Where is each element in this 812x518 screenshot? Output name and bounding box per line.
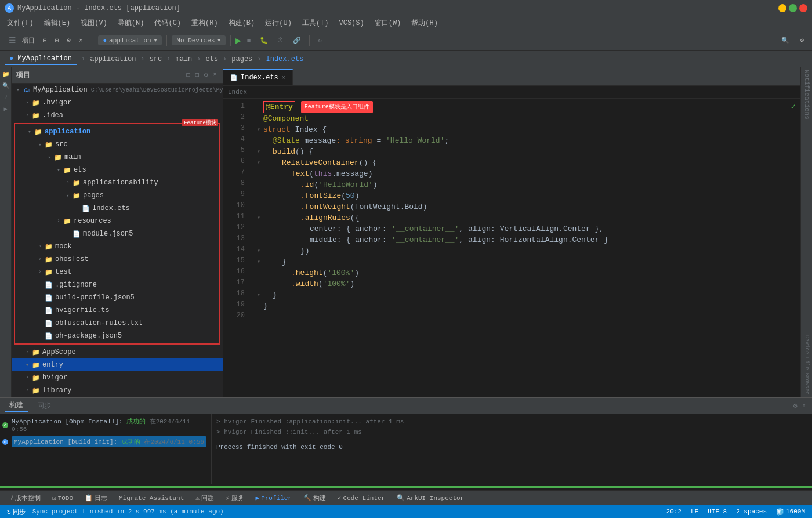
- status-lf[interactable]: LF: [688, 508, 701, 515]
- tree-item-mock[interactable]: › 📁 mock: [16, 240, 218, 253]
- tree-item-hvigor2[interactable]: › 📁 hvigor: [12, 371, 223, 384]
- window-controls[interactable]: − □ ×: [778, 4, 807, 12]
- fold-icon-15[interactable]: ▾: [257, 245, 260, 256]
- status-sync-item[interactable]: ↻ 同步: [5, 508, 28, 516]
- project-tab-indexets[interactable]: Index.ets: [266, 55, 304, 63]
- debug-button[interactable]: 🐛: [256, 35, 271, 45]
- sync-button[interactable]: ↻: [314, 35, 325, 45]
- toolbar-item-profiler[interactable]: ▶ Profiler: [251, 493, 296, 503]
- editor-tab-indexets[interactable]: 📄 Index.ets ×: [223, 69, 293, 85]
- fold-icon-3[interactable]: ▾: [257, 124, 260, 135]
- tree-settings-btn[interactable]: ⚙: [203, 70, 209, 81]
- run-button[interactable]: ▶: [235, 35, 241, 46]
- fold-icon-12[interactable]: ▾: [257, 212, 260, 223]
- tree-item-modulejson[interactable]: 📄 module.json5: [16, 227, 218, 240]
- tree-item-entry[interactable]: ▾ 📁 entry: [12, 358, 223, 371]
- toolbar-btn-close[interactable]: ×: [75, 36, 86, 45]
- toolbar-item-log[interactable]: 📋 日志: [80, 492, 112, 503]
- menu-window[interactable]: 窗口(W): [370, 17, 406, 29]
- tree-item-main[interactable]: ▾ 📁 main: [16, 151, 218, 164]
- toolbar-btn-settings[interactable]: ⚙: [63, 35, 74, 45]
- tree-item-obfuscation[interactable]: 📄 obfuscation-rules.txt: [16, 317, 218, 329]
- menu-edit[interactable]: 编辑(E): [39, 17, 75, 29]
- tree-root[interactable]: ▾ 🗂 MyApplication C:\Users\yeah1\DevEcoS…: [12, 84, 223, 96]
- menu-view[interactable]: 视图(V): [76, 17, 112, 29]
- minimize-button[interactable]: −: [778, 4, 786, 12]
- notifications-icon[interactable]: Notifications: [803, 70, 810, 119]
- profile-button[interactable]: ⏱: [274, 35, 287, 45]
- close-button[interactable]: ×: [799, 4, 807, 12]
- project-tab-ets[interactable]: ets: [205, 55, 218, 63]
- attach-button[interactable]: 🔗: [289, 35, 304, 45]
- bottom-tab-sync[interactable]: 同步: [32, 400, 56, 412]
- menu-help[interactable]: 帮助(H): [407, 17, 443, 29]
- project-tab-pages[interactable]: pages: [231, 55, 252, 63]
- tree-item-hvigor[interactable]: › 📁 .hvigor: [12, 96, 223, 109]
- toolbar-item-todo[interactable]: ☑ TODO: [48, 493, 78, 503]
- tree-item-application[interactable]: ▾ 📁 application: [16, 125, 218, 138]
- tree-item-applicationability[interactable]: › 📁 applicationability: [16, 176, 218, 189]
- search-button[interactable]: 🔍: [778, 35, 793, 45]
- menu-vcs[interactable]: VCS(S): [334, 18, 368, 28]
- tree-collapse-btn[interactable]: ⊟: [194, 70, 200, 81]
- fold-icon-6[interactable]: ▾: [257, 146, 260, 157]
- menu-navigate[interactable]: 导航(N): [113, 17, 149, 29]
- tree-item-library[interactable]: › 📁 library: [12, 384, 223, 397]
- toolbar-item-migrate[interactable]: Migrate Assistant: [114, 494, 188, 503]
- status-indent[interactable]: 2 spaces: [734, 508, 769, 515]
- project-tab-app[interactable]: application: [90, 55, 136, 63]
- maximize-button[interactable]: □: [789, 4, 797, 12]
- status-memory[interactable]: 🧊 1600M: [774, 508, 807, 516]
- stop-button[interactable]: ■: [244, 36, 255, 45]
- toolbar-item-services[interactable]: ⚡ 服务: [221, 492, 249, 503]
- status-charset[interactable]: UTF-8: [705, 508, 729, 515]
- sidebar-icon-git[interactable]: ⑂: [1, 93, 10, 102]
- settings-button[interactable]: ⚙: [796, 35, 807, 45]
- tree-item-gitignore-app[interactable]: 📄 .gitignore: [16, 278, 218, 291]
- code-content[interactable]: @Entry Feature模块是入口组件 ✓ @Component ▾ str…: [249, 99, 800, 397]
- menu-tools[interactable]: 工具(T): [298, 17, 334, 29]
- tree-item-indexets[interactable]: 📄 Index.ets: [16, 202, 218, 215]
- toolbar-item-git[interactable]: ⑂ 版本控制: [5, 492, 45, 503]
- fold-icon-16[interactable]: ▾: [257, 256, 260, 267]
- app-dropdown[interactable]: ● application ▾: [98, 35, 162, 45]
- toolbar-item-arkui[interactable]: 🔍 ArkUI Inspector: [392, 493, 469, 503]
- fold-icon-7[interactable]: ▾: [257, 157, 260, 168]
- devices-dropdown[interactable]: No Devices ▾: [172, 35, 226, 45]
- tree-expand-btn[interactable]: ⊞: [185, 70, 191, 81]
- tree-item-ets[interactable]: ▾ 📁 ets: [16, 164, 218, 176]
- toolbar-item-problems[interactable]: ⚠ 问题: [191, 492, 219, 503]
- tree-item-resources[interactable]: › 📁 resources: [16, 215, 218, 227]
- tree-item-pages[interactable]: ▾ 📁 pages: [16, 189, 218, 202]
- project-tab-main[interactable]: ● MyApplication: [5, 53, 77, 65]
- tree-item-hvigorfile-app[interactable]: 📄 hvigorfile.ts: [16, 304, 218, 317]
- sidebar-icon-search[interactable]: 🔍: [1, 81, 10, 90]
- toolbar-icon-1[interactable]: ☰: [7, 35, 17, 46]
- bottom-tab-build[interactable]: 构建: [5, 399, 28, 412]
- menu-run[interactable]: 运行(U): [260, 17, 296, 29]
- menu-build[interactable]: 构建(B): [224, 17, 260, 29]
- toolbar-item-build[interactable]: 🔨 构建: [299, 492, 331, 503]
- tree-item-ohpackage-app[interactable]: 📄 oh-package.json5: [16, 329, 218, 342]
- menu-code[interactable]: 代码(C): [150, 17, 186, 29]
- tree-item-appscope[interactable]: › 📁 AppScope: [12, 346, 223, 358]
- bottom-expand-btn[interactable]: ⬆: [801, 400, 807, 411]
- tree-item-buildprofile-app[interactable]: 📄 build-profile.json5: [16, 291, 218, 304]
- status-position[interactable]: 20:2: [664, 508, 684, 515]
- sidebar-icon-folder[interactable]: 📁: [1, 70, 10, 79]
- toolbar-item-linter[interactable]: ✓ Code Linter: [333, 493, 390, 503]
- sidebar-icon-run[interactable]: ▶: [1, 104, 10, 114]
- tree-item-test[interactable]: › 📁 test: [16, 266, 218, 278]
- tree-item-src[interactable]: ▾ 📁 src: [16, 138, 218, 151]
- tab-close-btn[interactable]: ×: [282, 75, 285, 81]
- project-tab-main[interactable]: main: [175, 55, 192, 63]
- toolbar-btn-expand[interactable]: ⊞: [39, 35, 50, 45]
- fold-icon-19[interactable]: ▾: [257, 289, 260, 300]
- project-tab-src[interactable]: src: [150, 55, 162, 63]
- tree-item-ohostest[interactable]: › 📁 ohosTest: [16, 253, 218, 266]
- menu-refactor[interactable]: 重构(R): [187, 17, 223, 29]
- toolbar-btn-collapse[interactable]: ⊟: [52, 35, 63, 45]
- tree-close-btn[interactable]: ×: [212, 70, 218, 81]
- project-label[interactable]: 项目: [19, 35, 38, 46]
- device-file-browser-icon[interactable]: Device File Browser: [804, 335, 810, 395]
